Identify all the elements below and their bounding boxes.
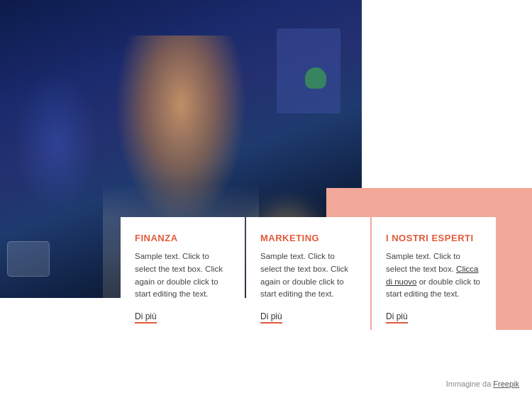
card-esperti-title: I NOSTRI ESPERTI: [386, 233, 482, 243]
card-marketing-link[interactable]: Di più: [260, 311, 282, 324]
cards-container: FINANZA Sample text. Click to select the…: [121, 217, 496, 355]
card-esperti: I NOSTRI ESPERTI Sample text. Click to s…: [372, 217, 496, 355]
card-finanza-link[interactable]: Di più: [135, 311, 157, 324]
card-finanza: FINANZA Sample text. Click to select the…: [121, 217, 245, 355]
card-esperti-text: Sample text. Click to select the text bo…: [386, 250, 482, 301]
card-marketing: MARKETING Sample text. Click to select t…: [246, 217, 370, 355]
image-credit-label: Immagine da: [446, 380, 492, 388]
card-marketing-text: Sample text. Click to select the text bo…: [260, 250, 356, 301]
card-esperti-text-before: Sample text. Click to select the text bo…: [386, 252, 460, 273]
card-finanza-text: Sample text. Click to select the text bo…: [135, 250, 231, 301]
card-esperti-link[interactable]: Di più: [386, 311, 408, 324]
footer-credit: Immagine da Freepik: [446, 380, 519, 388]
card-marketing-title: MARKETING: [260, 233, 356, 243]
freepik-link[interactable]: Freepik: [493, 380, 519, 388]
card-finanza-title: FINANZA: [135, 233, 231, 243]
